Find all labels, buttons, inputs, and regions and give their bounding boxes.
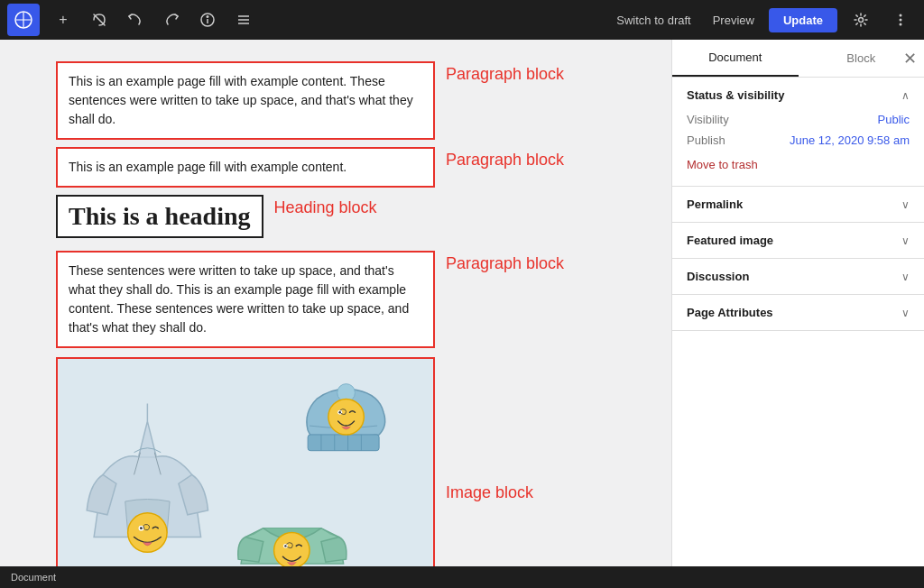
paragraph-3-label: Paragraph block [446,251,572,273]
visibility-row: Visibility Public [687,113,910,126]
svg-point-9 [900,19,902,22]
publish-label: Publish [687,133,725,147]
svg-point-8 [900,14,902,17]
heading-label: Heading block [274,195,401,217]
paragraph-block-2[interactable]: This is an example page fill with exampl… [56,147,435,188]
update-button[interactable]: Update [769,8,837,32]
add-block-button[interactable]: + [47,4,79,36]
move-to-trash-button[interactable]: Move to trash [687,154,758,175]
image-block-row: Image block [56,357,615,566]
more-options-button[interactable] [884,4,917,36]
status-bar-text: Document [11,572,56,583]
publish-date[interactable]: June 12, 2020 9:58 am [790,133,910,147]
status-visibility-header[interactable]: Status & visibility ∧ [672,78,924,113]
sidebar-tabs: Document Block ✕ [672,40,924,78]
close-sidebar-button[interactable]: ✕ [903,51,917,67]
preview-button[interactable]: Preview [706,8,762,32]
featured-image-section: Featured image ∨ [672,223,924,259]
paragraph-3-text: These sentences were written to take up … [69,263,409,335]
switch-to-draft-button[interactable]: Switch to draft [609,8,698,32]
page-attributes-header[interactable]: Page Attributes ∨ [672,295,924,330]
wp-logo[interactable] [7,4,40,36]
page-attributes-section: Page Attributes ∨ [672,295,924,331]
tools-button[interactable] [83,4,116,36]
paragraph-2-text: This is an example page fill with exampl… [69,160,346,174]
publish-row: Publish June 12, 2020 9:58 am [687,133,910,147]
page-attributes-title: Page Attributes [687,306,773,319]
page-attributes-chevron: ∨ [901,307,910,319]
editor-area[interactable]: This is an example page fill with exampl… [0,40,671,566]
image-block[interactable] [56,357,435,566]
main-layout: This is an example page fill with exampl… [0,40,924,566]
info-button[interactable] [191,4,224,36]
paragraph-block-2-row: This is an example page fill with exampl… [56,147,615,188]
toolbar: + Switch to draft Preview [0,0,924,40]
svg-point-10 [900,23,902,26]
status-visibility-section: Status & visibility ∧ Visibility Public … [672,78,924,187]
paragraph-block-3[interactable]: These sentences were written to take up … [56,251,435,348]
visibility-label: Visibility [687,113,729,126]
status-visibility-title: Status & visibility [687,88,784,102]
svg-point-7 [859,18,864,23]
svg-point-14 [128,513,167,552]
featured-image-header[interactable]: Featured image ∨ [672,223,924,258]
discussion-header[interactable]: Discussion ∨ [672,259,924,294]
paragraph-1-label: Paragraph block [446,61,572,84]
list-view-button[interactable] [227,4,260,36]
permalink-title: Permalink [687,198,743,211]
status-bar: Document [0,566,924,588]
discussion-chevron: ∨ [901,271,910,283]
featured-image-title: Featured image [687,234,773,247]
heading-block[interactable]: This is a heading [56,195,263,238]
status-visibility-content: Visibility Public Publish June 12, 2020 … [672,113,924,186]
featured-image-chevron: ∨ [901,234,910,247]
undo-button[interactable] [119,4,152,36]
heading-block-row: This is a heading Heading block [56,195,615,238]
svg-rect-18 [308,435,379,451]
discussion-title: Discussion [687,270,749,283]
redo-button[interactable] [155,4,188,36]
svg-point-29 [284,545,286,547]
svg-point-3 [207,16,208,18]
sidebar: Document Block ✕ Status & visibility ∧ V… [671,40,924,566]
image-label: Image block [446,357,572,502]
svg-point-26 [338,411,340,413]
permalink-header[interactable]: Permalink ∨ [672,187,924,222]
svg-point-17 [142,527,143,528]
heading-text: This is a heading [69,202,251,230]
paragraph-block-1[interactable]: This is an example page fill with exampl… [56,61,435,140]
paragraph-block-3-row: These sentences were written to take up … [56,251,615,348]
paragraph-2-label: Paragraph block [446,147,572,170]
settings-button[interactable] [845,4,877,36]
permalink-chevron: ∨ [901,198,910,211]
paragraph-1-text: This is an example page fill with exampl… [69,74,413,126]
tab-document[interactable]: Document [672,40,799,77]
visibility-value[interactable]: Public [878,113,910,126]
permalink-section: Permalink ∨ [672,187,924,223]
editor-content: This is an example page fill with exampl… [56,61,615,566]
discussion-section: Discussion ∨ [672,259,924,295]
paragraph-block-1-row: This is an example page fill with exampl… [56,61,615,140]
status-visibility-chevron: ∧ [901,89,910,102]
